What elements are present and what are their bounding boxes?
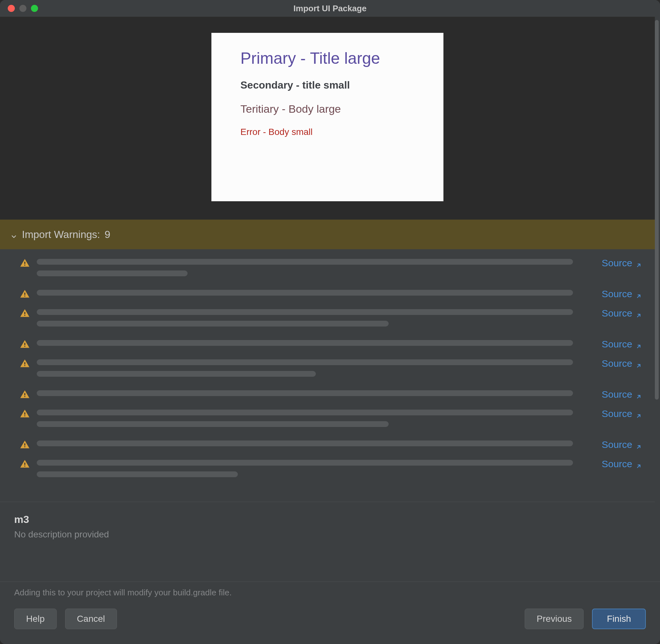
redacted-text-line	[37, 309, 573, 315]
svg-rect-1	[24, 265, 25, 266]
warning-source-link[interactable]: Source	[602, 307, 642, 319]
external-link-icon	[636, 441, 642, 448]
svg-rect-0	[24, 262, 25, 264]
svg-rect-4	[24, 312, 25, 314]
svg-rect-6	[24, 343, 25, 345]
preview-text-error: Error - Body small	[240, 127, 414, 137]
warning-icon	[19, 408, 30, 419]
preview-text-primary: Primary - Title large	[240, 49, 414, 68]
warning-icon	[19, 308, 30, 319]
external-link-icon	[636, 391, 642, 398]
svg-rect-2	[24, 293, 25, 295]
svg-rect-15	[24, 446, 25, 447]
redacted-text-line	[37, 390, 573, 396]
cancel-button[interactable]: Cancel	[65, 608, 117, 629]
source-link-label: Source	[602, 439, 632, 450]
redacted-text-line	[37, 440, 573, 446]
svg-rect-12	[24, 413, 25, 415]
svg-rect-13	[24, 415, 25, 416]
titlebar: Import UI Package	[0, 0, 660, 17]
external-link-icon	[636, 360, 642, 367]
scrollbar-thumb[interactable]	[655, 20, 659, 399]
gradle-modify-note: Adding this to your project will modify …	[14, 588, 646, 598]
warnings-list: SourceSourceSourceSourceSourceSourceSour…	[0, 249, 655, 502]
chevron-down-icon	[10, 231, 17, 238]
finish-button-label: Finish	[607, 614, 631, 624]
warning-text-placeholder	[37, 408, 595, 433]
warning-source-link[interactable]: Source	[602, 458, 642, 469]
warning-text-placeholder	[37, 439, 595, 452]
warning-icon	[19, 289, 30, 299]
redacted-text-line	[37, 472, 238, 477]
external-link-icon	[636, 461, 642, 467]
vertical-scrollbar[interactable]	[655, 20, 659, 578]
svg-rect-17	[24, 466, 25, 466]
warning-icon	[19, 258, 30, 269]
warning-row: Source	[19, 338, 642, 352]
warning-icon	[19, 358, 30, 369]
external-link-icon	[636, 341, 642, 347]
svg-rect-7	[24, 346, 25, 347]
svg-rect-5	[24, 315, 25, 316]
warning-text-placeholder	[37, 288, 595, 301]
warning-row: Source	[19, 307, 642, 332]
warning-source-link[interactable]: Source	[602, 439, 642, 450]
source-link-label: Source	[602, 258, 632, 269]
redacted-text-line	[37, 410, 573, 415]
redacted-text-line	[37, 340, 573, 346]
previous-button[interactable]: Previous	[525, 608, 584, 629]
warning-text-placeholder	[37, 257, 595, 282]
svg-rect-16	[24, 463, 25, 465]
redacted-text-line	[37, 460, 573, 466]
warning-text-placeholder	[37, 358, 595, 383]
warning-row: Source	[19, 288, 642, 301]
external-link-icon	[636, 411, 642, 417]
preview-text-tertiary: Teritiary - Body large	[240, 103, 414, 115]
warning-source-link[interactable]: Source	[602, 257, 642, 269]
previous-button-label: Previous	[536, 614, 572, 624]
import-ui-package-dialog: Import UI Package Primary - Title large …	[0, 0, 660, 644]
warning-row: Source	[19, 439, 642, 452]
source-link-label: Source	[602, 459, 632, 469]
redacted-text-line	[37, 271, 188, 276]
finish-button[interactable]: Finish	[592, 608, 646, 629]
warning-text-placeholder	[37, 307, 595, 332]
package-description: No description provided	[14, 529, 641, 540]
preview-text-secondary: Secondary - title small	[240, 79, 414, 91]
warning-row: Source	[19, 388, 642, 402]
source-link-label: Source	[602, 408, 632, 419]
redacted-text-line	[37, 321, 389, 326]
warning-icon	[19, 459, 30, 469]
redacted-text-line	[37, 421, 389, 427]
preview-panel: Primary - Title large Secondary - title …	[0, 17, 655, 220]
source-link-label: Source	[602, 289, 632, 299]
source-link-label: Source	[602, 389, 632, 400]
external-link-icon	[636, 260, 642, 266]
svg-rect-9	[24, 365, 25, 366]
redacted-text-line	[37, 371, 316, 377]
warning-source-link[interactable]: Source	[602, 338, 642, 350]
button-row: Help Cancel Previous Finish	[14, 608, 646, 629]
warning-text-placeholder	[37, 338, 595, 352]
warning-icon	[19, 439, 30, 450]
help-button[interactable]: Help	[14, 608, 57, 629]
window-title: Import UI Package	[0, 3, 660, 14]
dialog-body: Primary - Title large Secondary - title …	[0, 17, 660, 581]
warning-source-link[interactable]: Source	[602, 358, 642, 369]
warning-row: Source	[19, 458, 642, 483]
source-link-label: Source	[602, 308, 632, 319]
warning-source-link[interactable]: Source	[602, 388, 642, 400]
warning-row: Source	[19, 358, 642, 383]
warning-icon	[19, 389, 30, 400]
svg-rect-10	[24, 393, 25, 395]
warning-icon	[19, 339, 30, 350]
source-link-label: Source	[602, 339, 632, 350]
warning-source-link[interactable]: Source	[602, 408, 642, 419]
warning-row: Source	[19, 257, 642, 282]
package-name: m3	[14, 513, 641, 526]
warning-source-link[interactable]: Source	[602, 288, 642, 299]
import-warnings-header[interactable]: Import Warnings: 9	[0, 220, 655, 249]
svg-rect-11	[24, 396, 25, 397]
dialog-footer: Adding this to your project will modify …	[0, 581, 660, 644]
external-link-icon	[636, 310, 642, 317]
